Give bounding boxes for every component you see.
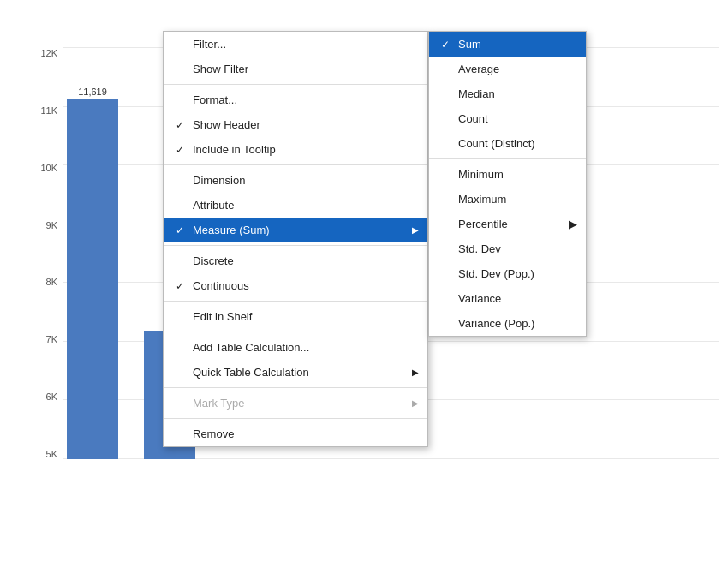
menu-item-continuous[interactable]: ✓Continuous <box>164 273 427 298</box>
y-tick: 8K <box>15 277 63 287</box>
bar-group: 11,619 <box>67 87 118 459</box>
menu-item-format[interactable]: Format... <box>164 87 427 112</box>
menu-item-quick-table-calc[interactable]: Quick Table Calculation▶ <box>164 360 427 385</box>
menu-label-attribute: Attribute <box>193 199 234 212</box>
menu-item-dimension[interactable]: Dimension <box>164 168 427 193</box>
submenu-item-count[interactable]: Count <box>429 106 586 131</box>
menu-check-measure-sum: ✓ <box>176 224 188 236</box>
submenu-label-std-dev: Std. Dev <box>458 242 501 255</box>
menu-label-discrete: Discrete <box>193 254 234 267</box>
submenu-label-std-dev-pop: Std. Dev (Pop.) <box>458 267 534 280</box>
menu-separator <box>164 84 427 85</box>
bar-value: 11,619 <box>78 87 107 97</box>
submenu-label-count-distinct: Count (Distinct) <box>458 137 535 150</box>
submenu-item-sum[interactable]: ✓Sum <box>429 32 586 57</box>
menu-label-continuous: Continuous <box>193 279 249 292</box>
menu-label-filter: Filter... <box>193 38 226 51</box>
menu-label-format: Format... <box>193 93 237 106</box>
menu-label-show-filter: Show Filter <box>193 63 248 75</box>
menu-separator <box>164 245 427 246</box>
y-tick: 10K <box>15 163 63 173</box>
menu-label-show-header: Show Header <box>193 118 260 131</box>
y-tick: 12K <box>15 48 63 58</box>
y-ticks: 5K 6K 7K 8K 9K 10K 11K 12K <box>15 48 63 459</box>
bar <box>67 99 118 459</box>
submenu-item-median[interactable]: Median <box>429 81 586 106</box>
y-tick: 7K <box>15 334 63 344</box>
menu-item-measure-sum[interactable]: ✓Measure (Sum)▶ <box>164 218 427 242</box>
dropdown-menu: Filter...Show FilterFormat...✓Show Heade… <box>163 31 428 447</box>
menu-check-show-header: ✓ <box>176 119 188 131</box>
submenu-item-percentile[interactable]: Percentile▶ <box>429 212 586 236</box>
submenu-item-variance[interactable]: Variance <box>429 286 586 311</box>
submenu-item-average[interactable]: Average <box>429 57 586 81</box>
y-axis-label <box>0 31 7 574</box>
submenu-item-std-dev-pop[interactable]: Std. Dev (Pop.) <box>429 261 586 286</box>
menu-label-measure-sum: Measure (Sum) <box>193 224 270 236</box>
submenu: ✓SumAverageMedianCountCount (Distinct)Mi… <box>428 31 587 337</box>
submenu-label-percentile: Percentile <box>458 218 508 230</box>
submenu-arrow-icon-mark-type: ▶ <box>412 398 419 408</box>
menu-check-include-tooltip: ✓ <box>176 144 188 156</box>
menu-item-include-tooltip[interactable]: ✓Include in Tooltip <box>164 137 427 162</box>
menu-item-filter[interactable]: Filter... <box>164 32 427 57</box>
submenu-item-maximum[interactable]: Maximum <box>429 187 586 212</box>
submenu-check-sum: ✓ <box>441 39 453 51</box>
submenu-label-minimum: Minimum <box>458 168 504 181</box>
submenu-label-variance: Variance <box>458 292 501 305</box>
submenu-label-count: Count <box>458 112 488 125</box>
menu-item-discrete[interactable]: Discrete <box>164 248 427 273</box>
menu-separator <box>164 387 427 388</box>
y-tick: 11K <box>15 105 63 116</box>
menu-label-mark-type: Mark Type <box>193 397 244 410</box>
submenu-item-std-dev[interactable]: Std. Dev <box>429 236 586 261</box>
y-tick: 6K <box>15 392 63 402</box>
menu-check-continuous: ✓ <box>176 280 188 292</box>
submenu-item-minimum[interactable]: Minimum <box>429 162 586 187</box>
menu-item-add-table-calc[interactable]: Add Table Calculation... <box>164 335 427 360</box>
menu-label-add-table-calc: Add Table Calculation... <box>193 341 309 354</box>
submenu-label-variance-pop: Variance (Pop.) <box>458 317 534 330</box>
menu-label-remove: Remove <box>193 428 234 440</box>
menu-item-edit-shelf[interactable]: Edit in Shelf <box>164 304 427 329</box>
submenu-item-variance-pop[interactable]: Variance (Pop.) <box>429 311 586 336</box>
submenu-arrow-icon-measure-sum: ▶ <box>412 225 419 235</box>
submenu-label-average: Average <box>458 63 499 75</box>
menu-label-include-tooltip: Include in Tooltip <box>193 143 276 156</box>
menu-label-quick-table-calc: Quick Table Calculation <box>193 366 309 379</box>
submenu-label-median: Median <box>458 87 495 100</box>
submenu-label-sum: Sum <box>458 38 481 51</box>
menu-item-mark-type: Mark Type▶ <box>164 391 427 416</box>
menu-item-show-filter[interactable]: Show Filter <box>164 57 427 81</box>
submenu-label-maximum: Maximum <box>458 193 506 206</box>
menu-item-attribute[interactable]: Attribute <box>164 193 427 218</box>
menu-separator <box>164 301 427 302</box>
menu-separator <box>164 164 427 165</box>
menu-item-show-header[interactable]: ✓Show Header <box>164 112 427 137</box>
sub-arrow-icon-percentile: ▶ <box>569 218 577 230</box>
menu-label-edit-shelf: Edit in Shelf <box>193 310 252 323</box>
submenu-item-count-distinct[interactable]: Count (Distinct) <box>429 131 586 156</box>
menu-item-remove[interactable]: Remove <box>164 422 427 446</box>
menu-label-dimension: Dimension <box>193 174 245 187</box>
menu-separator <box>164 332 427 332</box>
menu-separator <box>164 418 427 419</box>
submenu-arrow-icon-quick-table-calc: ▶ <box>412 368 419 377</box>
y-tick: 5K <box>15 449 63 459</box>
submenu-separator <box>429 158 586 159</box>
y-tick: 9K <box>15 220 63 230</box>
